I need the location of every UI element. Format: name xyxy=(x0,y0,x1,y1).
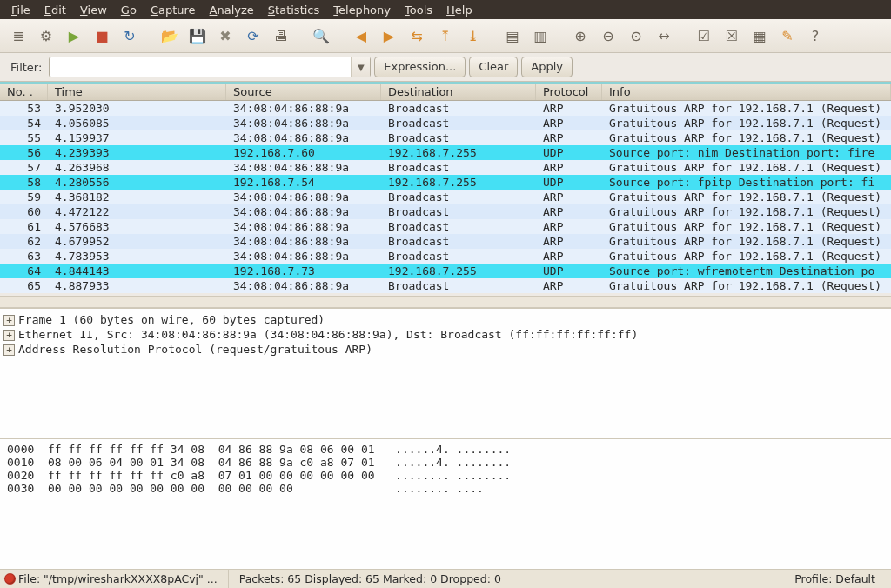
preferences-icon[interactable]: ✎ xyxy=(776,24,799,47)
cell-no: 62 xyxy=(0,234,48,249)
table-row[interactable]: 614.57668334:08:04:86:88:9aBroadcastARPG… xyxy=(0,219,891,234)
table-row[interactable]: 533.95203034:08:04:86:88:9aBroadcastARPG… xyxy=(0,101,891,116)
menu-edit[interactable]: Edit xyxy=(38,2,72,18)
menu-go[interactable]: Go xyxy=(115,2,143,18)
packet-list-body[interactable]: 533.95203034:08:04:86:88:9aBroadcastARPG… xyxy=(0,101,891,296)
table-row[interactable]: 634.78395334:08:04:86:88:9aBroadcastARPG… xyxy=(0,249,891,264)
zoom-in-icon[interactable]: ⊕ xyxy=(569,24,592,47)
col-header-destination[interactable]: Destination xyxy=(381,84,536,100)
last-icon[interactable]: ⤓ xyxy=(461,24,484,47)
table-row[interactable]: 654.88793334:08:04:86:88:9aBroadcastARPG… xyxy=(0,278,891,293)
packet-bytes-pane[interactable]: 0000 ff ff ff ff ff ff 34 08 04 86 88 9a… xyxy=(0,438,891,569)
cell-no: 64 xyxy=(0,264,48,278)
h-scrollbar[interactable] xyxy=(0,296,891,308)
filter-input[interactable] xyxy=(50,57,351,77)
cell-destination: Broadcast xyxy=(381,278,536,293)
coloring-rules-icon[interactable]: ▦ xyxy=(748,24,771,47)
status-file-text: File: "/tmp/wiresharkXXXX8pACvj" ... xyxy=(18,572,218,585)
options-icon[interactable]: ⚙ xyxy=(35,24,57,47)
cell-source: 34:08:04:86:88:9a xyxy=(226,234,381,249)
apply-button[interactable]: Apply xyxy=(521,57,573,77)
col-header-no[interactable]: No. . xyxy=(0,84,48,100)
menu-analyze[interactable]: Analyze xyxy=(204,2,260,18)
cell-protocol: ARP xyxy=(536,130,602,145)
col-header-source[interactable]: Source xyxy=(226,84,381,100)
cell-destination: Broadcast xyxy=(381,116,536,130)
menu-view[interactable]: View xyxy=(74,2,113,18)
tree-item[interactable]: +Ethernet II, Src: 34:08:04:86:88:9a (34… xyxy=(3,327,888,342)
cell-protocol: ARP xyxy=(536,249,602,264)
cell-source: 34:08:04:86:88:9a xyxy=(226,249,381,264)
col-header-time[interactable]: Time xyxy=(48,84,226,100)
reload-icon[interactable]: ⟳ xyxy=(242,24,265,47)
table-row[interactable]: 564.239393192.168.7.60192.168.7.255UDPSo… xyxy=(0,145,891,160)
stop-capture-icon[interactable]: ■ xyxy=(90,24,113,47)
col-header-info[interactable]: Info xyxy=(602,84,891,100)
cell-source: 34:08:04:86:88:9a xyxy=(226,219,381,234)
cell-time: 4.783953 xyxy=(48,249,226,264)
cell-info: Source port: fpitp Destination port: fi xyxy=(602,175,891,190)
menu-bar: FileEditViewGoCaptureAnalyzeStatisticsTe… xyxy=(0,0,891,19)
interfaces-icon[interactable]: ≣ xyxy=(7,24,30,47)
col-header-protocol[interactable]: Protocol xyxy=(536,84,602,100)
print-icon[interactable]: 🖶 xyxy=(270,24,292,47)
cell-no: 55 xyxy=(0,130,48,145)
colorize-icon[interactable]: ▤ xyxy=(501,24,524,47)
zoom-out-icon[interactable]: ⊖ xyxy=(597,24,620,47)
cell-info: Gratuitous ARP for 192.168.7.1 (Request) xyxy=(602,234,891,249)
expand-icon[interactable]: + xyxy=(3,330,15,341)
table-row[interactable]: 604.47212234:08:04:86:88:9aBroadcastARPG… xyxy=(0,204,891,219)
table-row[interactable]: 644.844143192.168.7.73192.168.7.255UDPSo… xyxy=(0,264,891,278)
restart-capture-icon[interactable]: ↻ xyxy=(118,24,141,47)
first-icon[interactable]: ⤒ xyxy=(433,24,456,47)
table-row[interactable]: 584.280556192.168.7.54192.168.7.255UDPSo… xyxy=(0,175,891,190)
expression-button[interactable]: Expression... xyxy=(374,57,466,77)
zoom-reset-icon[interactable]: ⊙ xyxy=(625,24,647,47)
status-profile[interactable]: Profile: Default xyxy=(794,570,886,588)
forward-icon[interactable]: ▶ xyxy=(378,24,400,47)
cell-destination: Broadcast xyxy=(381,204,536,219)
cell-destination: 192.168.7.255 xyxy=(381,175,536,190)
menu-file[interactable]: File xyxy=(5,2,37,18)
open-icon[interactable]: 📂 xyxy=(158,24,181,47)
capture-filters-icon[interactable]: ☑ xyxy=(693,24,715,47)
auto-scroll-icon[interactable]: ▥ xyxy=(529,24,552,47)
find-icon[interactable]: 🔍 xyxy=(310,24,332,47)
menu-statistics[interactable]: Statistics xyxy=(262,2,325,18)
back-icon[interactable]: ◀ xyxy=(350,24,372,47)
packet-details-pane[interactable]: +Frame 1 (60 bytes on wire, 60 bytes cap… xyxy=(0,308,891,438)
tree-item[interactable]: +Address Resolution Protocol (request/gr… xyxy=(3,342,888,357)
menu-help[interactable]: Help xyxy=(440,2,479,18)
jump-icon[interactable]: ⇆ xyxy=(405,24,428,47)
cell-protocol: ARP xyxy=(536,116,602,130)
filter-dropdown-icon[interactable]: ▼ xyxy=(351,57,370,77)
display-filters-icon[interactable]: ☒ xyxy=(720,24,743,47)
table-row[interactable]: 594.36818234:08:04:86:88:9aBroadcastARPG… xyxy=(0,190,891,204)
cell-time: 4.159937 xyxy=(48,130,226,145)
table-row[interactable]: 624.67995234:08:04:86:88:9aBroadcastARPG… xyxy=(0,234,891,249)
table-row[interactable]: 554.15993734:08:04:86:88:9aBroadcastARPG… xyxy=(0,130,891,145)
cell-info: Gratuitous ARP for 192.168.7.1 (Request) xyxy=(602,130,891,145)
cell-time: 4.280556 xyxy=(48,175,226,190)
save-icon[interactable]: 💾 xyxy=(186,24,209,47)
tree-item[interactable]: +Frame 1 (60 bytes on wire, 60 bytes cap… xyxy=(3,312,888,327)
menu-tools[interactable]: Tools xyxy=(399,2,439,18)
cell-no: 60 xyxy=(0,204,48,219)
table-row[interactable]: 544.05608534:08:04:86:88:9aBroadcastARPG… xyxy=(0,116,891,130)
cell-protocol: UDP xyxy=(536,145,602,160)
help-icon[interactable]: ? xyxy=(804,24,827,47)
start-capture-icon[interactable]: ▶ xyxy=(63,24,85,47)
cell-destination: Broadcast xyxy=(381,190,536,204)
filter-input-container: ▼ xyxy=(49,57,371,77)
expert-info-icon[interactable] xyxy=(5,574,15,584)
resize-columns-icon[interactable]: ↔ xyxy=(653,24,675,47)
clear-button[interactable]: Clear xyxy=(469,57,518,77)
cell-time: 4.472122 xyxy=(48,204,226,219)
packet-list-header: No. . Time Source Destination Protocol I… xyxy=(0,84,891,101)
menu-telephony[interactable]: Telephony xyxy=(327,2,397,18)
table-row[interactable]: 574.26396834:08:04:86:88:9aBroadcastARPG… xyxy=(0,160,891,175)
close-icon[interactable]: ✖ xyxy=(214,24,237,47)
expand-icon[interactable]: + xyxy=(3,344,15,356)
expand-icon[interactable]: + xyxy=(3,315,15,326)
menu-capture[interactable]: Capture xyxy=(144,2,202,18)
